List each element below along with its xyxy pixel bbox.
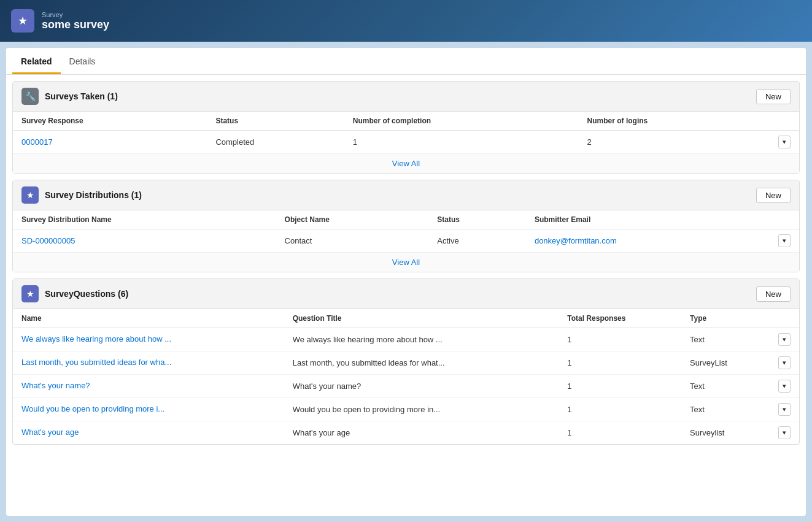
header-label: Survey	[42, 11, 109, 18]
distributions-view-all[interactable]: View All	[392, 258, 420, 267]
question-responses-cell-3: 1	[559, 398, 681, 421]
surveys-taken-view-all[interactable]: View All	[392, 159, 420, 168]
col-total-responses: Total Responses	[559, 309, 681, 328]
question-type-cell-4: Surveylist	[681, 421, 770, 445]
question-responses-cell-0: 1	[559, 328, 681, 351]
page-body: Related Details 🔧 Surveys Taken (1) New …	[0, 42, 812, 522]
question-name-link-2[interactable]: What's your name?	[21, 381, 90, 390]
surveys-taken-title: Surveys Taken (1)	[45, 91, 118, 101]
col-action	[770, 112, 799, 131]
header-title: some survey	[42, 18, 109, 31]
surveys-taken-table: Survey Response Status Number of complet…	[13, 112, 799, 173]
tabs-bar: Related Details	[6, 48, 806, 75]
question-type-cell-0: Text	[681, 328, 770, 351]
survey-questions-table: Name Question Title Total Responses Type…	[13, 309, 799, 444]
row-dropdown-btn-2[interactable]: ▾	[778, 234, 791, 247]
question-type-cell-2: Text	[681, 375, 770, 398]
survey-distributions-table: Survey Distribution Name Object Name Sta…	[13, 210, 799, 272]
survey-response-link[interactable]: 0000017	[21, 137, 53, 147]
surveys-taken-section: 🔧 Surveys Taken (1) New Survey Response …	[12, 81, 800, 174]
section-title-group-2: ★ Survey Distributions (1)	[21, 186, 142, 204]
col-object-name: Object Name	[276, 210, 429, 229]
question-title-cell-4: What's your age	[284, 421, 559, 445]
col-submitter-email: Submitter Email	[526, 210, 770, 229]
question-title-cell-1: Last month, you submitted ideas for what…	[284, 351, 559, 375]
surveys-taken-header: 🔧 Surveys Taken (1) New	[13, 82, 799, 112]
survey-distributions-section: ★ Survey Distributions (1) New Survey Di…	[12, 180, 800, 272]
col-num-completion: Number of completion	[344, 112, 579, 131]
table-row: Last month, you submitted ideas for wha.…	[13, 351, 799, 375]
section-title-group-3: ★ SurveyQuestions (6)	[21, 285, 128, 302]
col-action-2	[770, 210, 799, 229]
col-type: Type	[681, 309, 770, 328]
surveys-taken-icon: 🔧	[21, 88, 39, 105]
q-row-dropdown-btn-4[interactable]: ▾	[778, 426, 791, 439]
q-row-dropdown-btn-0[interactable]: ▾	[778, 333, 791, 346]
col-q-name: Name	[13, 309, 284, 328]
table-row: What's your age What's your age 1 Survey…	[13, 421, 799, 445]
col-dist-name: Survey Distribution Name	[13, 210, 276, 229]
main-panel: Related Details 🔧 Surveys Taken (1) New …	[6, 48, 806, 516]
col-q-title: Question Title	[284, 309, 559, 328]
survey-questions-header: ★ SurveyQuestions (6) New	[13, 279, 799, 309]
view-all-row-2: View All	[13, 253, 799, 272]
question-responses-cell-4: 1	[559, 421, 681, 445]
survey-questions-title: SurveyQuestions (6)	[45, 289, 128, 299]
tab-related[interactable]: Related	[12, 48, 61, 74]
question-responses-cell-1: 1	[559, 351, 681, 375]
question-type-cell-1: SurveyList	[681, 351, 770, 375]
survey-distributions-icon: ★	[21, 186, 39, 204]
question-name-link-3[interactable]: Would you be open to providing more i...	[21, 404, 164, 413]
surveys-taken-new-button[interactable]: New	[756, 89, 791, 104]
logins-cell: 2	[579, 131, 770, 154]
dist-status-cell: Active	[428, 229, 526, 253]
tab-details[interactable]: Details	[61, 48, 104, 74]
col-survey-response: Survey Response	[13, 112, 207, 131]
table-row: Would you be open to providing more i...…	[13, 398, 799, 421]
top-header: ★ Survey some survey	[0, 0, 812, 42]
question-title-cell-2: What's your name?	[284, 375, 559, 398]
distribution-name-link[interactable]: SD-000000005	[21, 236, 75, 245]
survey-questions-section: ★ SurveyQuestions (6) New Name Question …	[12, 278, 800, 445]
table-row: What's your name? What's your name? 1 Te…	[13, 375, 799, 398]
table-row: We always like hearing more about how ..…	[13, 328, 799, 351]
col-action-3	[770, 309, 799, 328]
question-name-link-4[interactable]: What's your age	[21, 428, 79, 437]
question-name-link-1[interactable]: Last month, you submitted ideas for wha.…	[21, 358, 171, 367]
q-row-dropdown-btn-2[interactable]: ▾	[778, 380, 791, 393]
row-dropdown-btn[interactable]: ▾	[778, 136, 791, 148]
col-dist-status: Status	[428, 210, 526, 229]
question-type-cell-3: Text	[681, 398, 770, 421]
survey-distributions-header: ★ Survey Distributions (1) New	[13, 180, 799, 210]
survey-questions-new-button[interactable]: New	[756, 286, 791, 302]
header-text: Survey some survey	[42, 11, 109, 31]
section-title-group: 🔧 Surveys Taken (1)	[21, 88, 118, 105]
view-all-row: View All	[13, 154, 799, 174]
status-cell: Completed	[207, 131, 344, 154]
col-num-logins: Number of logins	[579, 112, 770, 131]
table-row: 0000017 Completed 1 2 ▾	[13, 131, 799, 154]
q-row-dropdown-btn-1[interactable]: ▾	[778, 356, 791, 369]
survey-distributions-new-button[interactable]: New	[756, 188, 791, 203]
submitter-email-link[interactable]: donkey@formtitan.com	[535, 236, 617, 245]
app-icon: ★	[11, 9, 34, 33]
survey-distributions-title: Survey Distributions (1)	[45, 190, 142, 200]
q-row-dropdown-btn-3[interactable]: ▾	[778, 403, 791, 416]
col-status: Status	[207, 112, 344, 131]
question-title-cell-3: Would you be open to providing more in..…	[284, 398, 559, 421]
survey-questions-icon: ★	[21, 285, 39, 302]
completion-cell: 1	[344, 131, 579, 154]
question-name-link-0[interactable]: We always like hearing more about how ..…	[21, 334, 171, 344]
object-name-cell: Contact	[276, 229, 429, 253]
table-row: SD-000000005 Contact Active donkey@formt…	[13, 229, 799, 253]
question-responses-cell-2: 1	[559, 375, 681, 398]
question-title-cell-0: We always like hearing more about how ..…	[284, 328, 559, 351]
